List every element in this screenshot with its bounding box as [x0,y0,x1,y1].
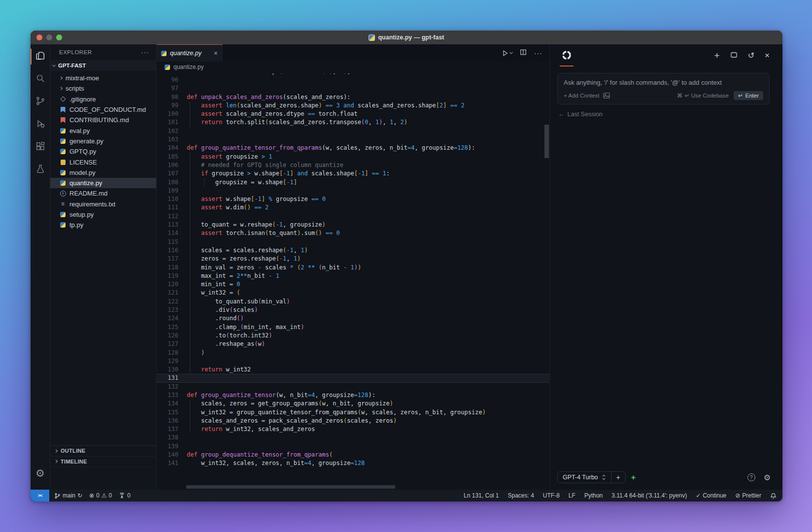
code-line-101[interactable]: 101 return torch.split(scales_and_zeros.… [157,118,549,127]
close-panel-button[interactable]: × [765,51,770,61]
code-line-113[interactable]: 113 to_quant = w.reshape(-1, groupsize) [157,221,549,229]
explorer-item-mixtral-moe[interactable]: mixtral-moe [50,73,156,83]
code-line-119[interactable]: 119 max_int = 2**n_bit - 1 [157,272,549,280]
timeline-section[interactable]: TIMELINE [50,457,156,467]
use-codebase-button[interactable]: ⌘ ↵ Use Codebase [677,92,729,99]
zoom-window-button[interactable] [56,34,62,40]
code-line-137[interactable]: 137 return w_int32, scales_and_zeros [157,425,549,433]
close-window-button[interactable] [36,34,42,40]
outline-section[interactable]: OUTLINE [50,446,156,457]
code-line-115[interactable]: 115 [157,238,549,246]
python-interpreter-item[interactable]: 3.11.4 64-bit ('3.11.4': pyenv) [611,492,687,499]
problems-item[interactable]: ⊗ 0 ⚠ 0 [89,492,112,499]
code-line-116[interactable]: 116 scales = scales.reshape(-1, 1) [157,246,549,255]
eol-item[interactable]: LF [569,492,575,499]
help-button[interactable]: ? [747,473,755,481]
new-chat-button[interactable]: + [714,50,720,61]
code-line-97[interactable]: 97 [157,84,549,93]
last-session-link[interactable]: ← Last Session [558,111,782,118]
code-line-110[interactable]: 110 assert w.shape[-1] % groupsize == 0 [157,195,549,203]
vertical-scrollbar[interactable] [544,125,549,158]
split-editor-button[interactable] [520,49,527,58]
code-line-130[interactable]: 130 return w_int32 [157,366,549,374]
horizontal-scrollbar[interactable] [186,485,395,489]
explorer-item-setup-py[interactable]: setup.py [50,209,156,220]
model-selector[interactable]: GPT-4 Turbo [558,472,611,483]
code-line-104[interactable]: 104def group_quantize_tensor_from_qparam… [157,144,549,152]
code-line-114[interactable]: 114 assert torch.isnan(to_quant).sum() =… [157,229,549,237]
git-branch-item[interactable]: main ↻ [54,492,82,499]
code-line-131[interactable]: 131 [157,374,549,382]
code-line-129[interactable]: 129 [157,357,549,366]
code-line-100[interactable]: 100 assert scales_and_zeros.dtype == tor… [157,110,549,118]
minimize-window-button[interactable] [46,34,52,40]
code-line-140[interactable]: 140def group_dequantize_tensor_from_qpar… [157,451,549,459]
continue-item[interactable]: ✓ Continue [696,492,726,499]
code-line-124[interactable]: 124 .round() [157,314,549,323]
more-actions-button[interactable]: ··· [534,49,542,57]
code-line-111[interactable]: 111 assert w.dim() == 2 [157,203,549,212]
close-tab-icon[interactable]: × [214,49,218,57]
encoding-item[interactable]: UTF-8 [543,492,560,499]
code-line-109[interactable]: 109 [157,187,549,195]
code-line-123[interactable]: 123 .div(scales) [157,306,549,314]
code-line-133[interactable]: 133def group_quantize_tensor(w, n_bit=4,… [157,391,549,399]
enter-button[interactable]: ↵ Enter [734,91,763,100]
code-line-125[interactable]: 125 .clamp_(min_int, max_int) [157,323,549,332]
explorer-more-actions[interactable]: ··· [141,48,149,56]
activity-extensions[interactable] [31,136,50,159]
code-line-138[interactable]: 138 [157,433,549,442]
code-line-135[interactable]: 135 w_int32 = group_quantize_tensor_from… [157,408,549,417]
code-area[interactable]: 95 scales.reshape(scales.size(0), 1),969… [157,72,549,490]
code-line-121[interactable]: 121 w_int32 = ( [157,289,549,297]
code-line-139[interactable]: 139 [157,442,549,451]
code-line-108[interactable]: 108 groupsize = w.shape[-1] [157,178,549,187]
explorer-item-license[interactable]: LICENSE [50,157,156,167]
explorer-item-model-py[interactable]: model.py [50,167,156,178]
history-button[interactable]: ↺ [748,51,754,60]
explorer-item-generate-py[interactable]: generate.py [50,136,156,146]
explorer-item-scripts[interactable]: scripts [50,83,156,94]
explorer-item-code-of-conduct-md[interactable]: CODE_OF_CONDUCT.md [50,104,156,115]
code-line-102[interactable]: 102 [157,127,549,135]
code-line-132[interactable]: 132 [157,383,549,391]
explorer-root-folder[interactable]: GPT-FAST [50,60,156,71]
code-line-141[interactable]: 141 w_int32, scales, zeros, n_bit=4, gro… [157,459,549,467]
remote-indicator[interactable]: >< [31,490,49,501]
explorer-item-eval-py[interactable]: eval.py [50,125,156,135]
code-line-99[interactable]: 99 assert len(scales_and_zeros.shape) ==… [157,101,549,110]
code-line-96[interactable]: 96 [157,76,549,84]
explorer-item-tp-py[interactable]: tp.py [50,220,156,230]
explorer-item-quantize-py[interactable]: quantize.py [50,178,156,188]
run-python-file-button[interactable] [502,50,512,57]
cursor-position-item[interactable]: Ln 131, Col 1 [464,492,499,499]
explorer-item-requirements-txt[interactable]: ≡requirements.txt [50,199,156,209]
indentation-item[interactable]: Spaces: 4 [508,492,534,499]
prettier-item[interactable]: ⊘ Prettier [735,492,761,499]
code-line-134[interactable]: 134 scales, zeros = get_group_qparams(w,… [157,399,549,408]
explorer-item-gptq-py[interactable]: GPTQ.py [50,146,156,157]
activity-testing[interactable] [31,159,50,181]
activity-explorer[interactable] [31,45,50,68]
code-line-105[interactable]: 105 assert groupsize > 1 [157,153,549,161]
code-line-126[interactable]: 126 .to(torch.int32) [157,332,549,340]
code-line-106[interactable]: 106 # needed for GPTQ single column quan… [157,161,549,169]
add-model-button[interactable]: + [611,472,625,483]
settings-gear-icon[interactable]: ⚙ [764,473,771,482]
code-line-122[interactable]: 122 to_quant.sub(min_val) [157,298,549,306]
code-line-136[interactable]: 136 scales_and_zeros = pack_scales_and_z… [157,417,549,425]
code-line-120[interactable]: 120 min_int = 0 [157,280,549,289]
code-line-127[interactable]: 127 .reshape_as(w) [157,340,549,348]
language-mode-item[interactable]: Python [584,492,603,499]
notifications-bell-icon[interactable] [770,493,777,499]
code-line-118[interactable]: 118 min_val = zeros - scales * (2 ** (n_… [157,264,549,272]
code-line-107[interactable]: 107 if groupsize > w.shape[-1] and scale… [157,169,549,178]
explorer-item-readme-md[interactable]: iREADME.md [50,188,156,199]
activity-settings[interactable]: ⚙ [31,462,50,485]
image-attach-icon[interactable] [603,93,610,99]
activity-search[interactable] [31,68,50,91]
code-line-98[interactable]: 98def unpack_scales_and_zeros(scales_and… [157,93,549,101]
expand-frame-button[interactable] [730,51,738,60]
chat-input[interactable] [564,79,763,86]
code-line-112[interactable]: 112 [157,212,549,221]
